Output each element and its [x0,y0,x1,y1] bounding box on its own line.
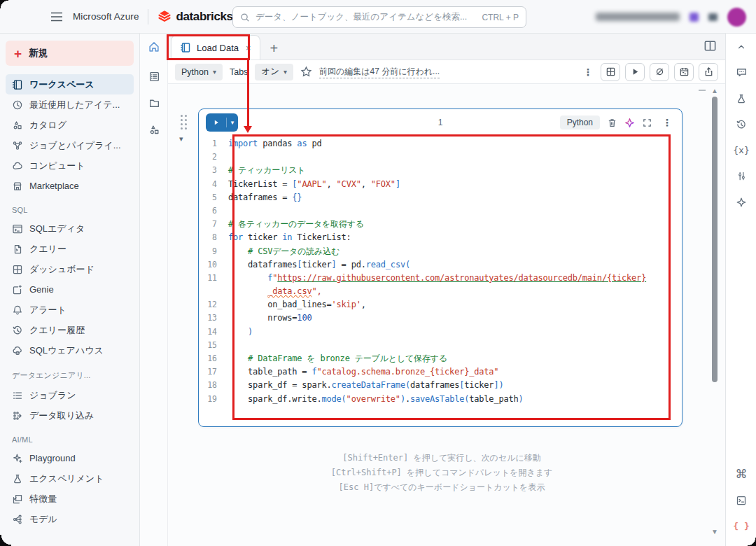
code-line[interactable]: 11 f"https://raw.githubusercontent.com/a… [199,272,682,285]
sidebar-item-data-ingestion[interactable]: データ取り込み [6,405,134,426]
sidebar-item-label: ジョブとパイプライ... [29,139,121,152]
sidebar-item-experiments[interactable]: エクスペリメント [6,468,134,489]
code-line[interactable]: 14 ) [199,326,682,339]
workspace-name-redacted[interactable] [596,13,680,21]
run-all-button[interactable] [625,63,645,81]
tabs-toggle-dropdown[interactable]: オン▾ [255,64,293,80]
catalog-panel-icon[interactable] [140,116,168,143]
run-options-chevron-icon[interactable]: ▾ [227,113,238,132]
sidebar-item-dashboards[interactable]: ダッシュボード [6,259,134,279]
sidebar-item-alerts[interactable]: アラート [6,300,134,320]
run-cell-button[interactable]: ▾ [206,113,238,132]
table-of-contents-icon[interactable] [140,63,168,90]
user-avatar[interactable] [727,8,746,27]
assistant-icon[interactable] [726,189,756,215]
code-line[interactable]: 6 [199,204,682,218]
tab-title: Load Data [197,43,239,53]
code-line[interactable]: 9 # CSVデータの読み込む [199,245,682,258]
delete-cell-icon[interactable] [607,118,617,128]
sidebar-item-marketplace[interactable]: Marketplace [6,176,134,196]
code-text: _data.csv", [228,285,322,298]
code-line[interactable]: _data.csv", [199,285,682,298]
sidebar-item-features[interactable]: 特徴量 [6,489,134,509]
sidebar-item-queries[interactable]: クエリー [6,239,134,259]
code-line[interactable]: 10 dataframes[ticker] = pd.read_csv( [199,258,682,272]
folder-icon[interactable] [140,90,168,116]
code-token: # ティッカーリスト [228,165,305,175]
sidebar-item-sql-editor[interactable]: SQLエディタ [6,218,134,239]
help-icon-redacted[interactable] [708,13,718,21]
code-token: table_path = [228,367,312,377]
favorite-star-icon[interactable] [300,66,312,78]
last-edit-link[interactable]: 前回の編集は47 分前に行われ... [319,66,440,78]
code-line[interactable]: 5dataframes = {} [199,191,682,204]
sidebar-item-genie[interactable]: Genie [6,279,134,300]
code-line[interactable]: 18 spark_df = spark.createDataFrame(data… [199,379,682,392]
sidebar-item-recents[interactable]: 最近使用したアイテ... [6,94,134,115]
code-line[interactable]: 1import pandas as pd [199,137,682,150]
upgrade-badge-redacted[interactable] [690,13,699,22]
code-line[interactable]: 15 [199,339,682,352]
tab-close-icon[interactable]: × [244,43,253,53]
terminal-icon[interactable] [726,487,756,513]
code-line[interactable]: 17 table_path = f"catalog.schema.bronze_… [199,365,682,379]
split-view-icon[interactable] [704,39,717,52]
cell-language-badge[interactable]: Python [560,115,600,130]
dashboard-layout-button[interactable] [601,63,620,81]
comments-icon[interactable] [726,59,756,85]
schema-braces-icon[interactable]: { } [726,513,756,539]
keyboard-hints: [Shift+Enter] を押して実行し、次のセルに移動[Ctrl+Shift… [168,451,715,495]
schedule-button[interactable] [674,63,694,81]
variables-icon[interactable]: {x} [726,137,756,163]
code-line[interactable]: 4TickerList = ["AAPL", "CVX", "FOX"] [199,178,682,191]
new-button[interactable]: + 新規 [6,41,134,66]
scroll-up-icon[interactable]: ▲ [711,87,718,94]
toolbar-kebab-icon[interactable]: ⋮ [580,66,596,78]
code-editor[interactable]: 1import pandas as pd23# ティッカーリスト4TickerL… [199,136,682,406]
environment-sliders-icon[interactable] [726,163,756,189]
version-history-icon[interactable] [726,111,756,137]
sidebar-item-query-history[interactable]: クエリー履歴 [6,320,134,340]
cell-drag-handle[interactable] [181,115,187,130]
scrollbar-thumb[interactable] [712,97,718,382]
collapse-rail-icon[interactable] [726,34,756,59]
expand-cell-icon[interactable] [642,118,652,128]
home-icon[interactable] [140,34,168,60]
sidebar-item-catalog[interactable]: カタログ [6,115,134,135]
sidebar-item-workspace[interactable]: ワークスペース [6,74,134,94]
sidebar-section-aiml: AI/ML [6,426,134,448]
sidebar-item-sql-warehouses[interactable]: SQLウェアハウス [6,340,134,360]
sidebar-item-job-runs[interactable]: ジョブラン [6,385,134,405]
hide-results-button[interactable] [650,63,669,81]
code-line[interactable]: 19 spark_df.write.mode("overwrite").save… [199,393,682,406]
tab-load-data[interactable]: Load Data × [171,35,260,59]
code-token: ) [248,327,253,337]
shortcuts-icon[interactable]: ⌘ [726,461,756,487]
code-line[interactable]: 3# ティッカーリスト [199,164,682,177]
assistant-sparkle-icon[interactable] [624,118,635,128]
sidebar-item-label: 特徴量 [29,493,57,505]
sidebar-item-label: 最近使用したアイテ... [29,99,120,111]
play-icon[interactable] [206,113,226,132]
sidebar-item-models[interactable]: モデル [6,509,134,529]
code-line[interactable]: 2 [199,150,682,164]
cell-kebab-icon[interactable]: ⋮ [659,117,675,128]
code-line[interactable]: 12 on_bad_lines='skip', [199,298,682,312]
databricks-logo[interactable]: databricks [157,9,233,24]
cell-collapse-chevron-icon[interactable]: ▾ [179,134,183,144]
code-line[interactable]: 13 nrows=100 [199,312,682,325]
scroll-down-icon[interactable]: ▼ [711,528,718,536]
language-dropdown[interactable]: Python▾ [175,64,223,80]
code-line[interactable]: 7# 各ティッカーのデータを取得する [199,218,682,231]
line-number: 16 [199,352,228,365]
share-button[interactable] [699,63,718,81]
code-line[interactable]: 16 # DataFrame を bronze テーブルとして保存する [199,352,682,365]
code-line[interactable]: 8for ticker in TickerList: [199,231,682,244]
sidebar-item-compute[interactable]: コンピュート [6,155,134,176]
sidebar-item-jobs-pipelines[interactable]: ジョブとパイプライ... [6,135,134,155]
experiments-flask-icon[interactable] [726,85,756,111]
global-search-input[interactable]: データ、ノートブック、最近のアイテムなどを検索... CTRL + P [232,6,526,28]
hamburger-menu-icon[interactable] [50,12,63,22]
sidebar-item-playground[interactable]: Playground [6,448,134,468]
new-tab-button[interactable]: + [270,41,279,55]
